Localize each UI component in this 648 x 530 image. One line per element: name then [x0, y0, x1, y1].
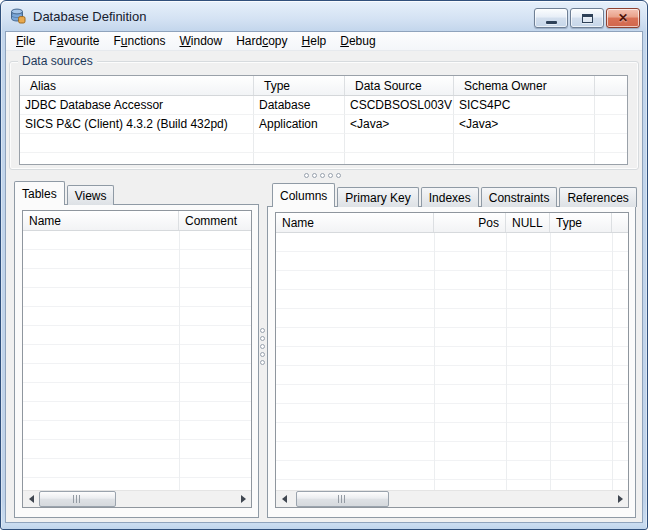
left-tab-bar: Tables Views	[14, 181, 116, 205]
column-header-null[interactable]: NULL	[506, 213, 550, 232]
titlebar[interactable]: Database Definition ✕	[1, 1, 647, 31]
close-button[interactable]: ✕	[606, 8, 640, 28]
scroll-left-button[interactable]	[276, 491, 292, 507]
splitter-dot	[328, 173, 333, 178]
column-header-comment[interactable]: Comment	[179, 211, 251, 230]
maximize-icon	[582, 14, 593, 23]
table-row-empty	[20, 134, 627, 153]
menu-item-hardcopy[interactable]: Hardcopy	[229, 32, 294, 51]
cell-data-source: <Java>	[345, 115, 454, 134]
tables-list: Name Comment	[22, 210, 252, 508]
data-sources-table: Alias Type Data Source Schema Owner JDBC…	[19, 75, 628, 165]
tables-list-body[interactable]	[23, 231, 251, 490]
column-header-name[interactable]: Name	[23, 211, 179, 230]
database-icon[interactable]	[10, 8, 26, 24]
app-window: Database Definition ✕ File Favourite Fun…	[0, 0, 648, 530]
arrow-left-icon	[29, 495, 34, 503]
menu-label-segment: D	[340, 34, 349, 48]
scroll-left-button[interactable]	[23, 491, 39, 507]
menu-label-segment: elp	[310, 34, 326, 48]
splitter-dot	[260, 328, 265, 333]
data-sources-header-row: Alias Type Data Source Schema Owner	[20, 76, 627, 96]
tab-references[interactable]: References	[559, 187, 636, 207]
splitter-dot	[320, 173, 325, 178]
column-header-name[interactable]: Name	[276, 213, 434, 232]
column-header-type[interactable]: Type	[550, 213, 612, 232]
cell-data-source: CSCDBSOSL003V	[345, 96, 454, 115]
column-header-filler	[612, 213, 628, 232]
data-sources-groupbox: Data sources Alias Type Data Source Sche…	[9, 61, 639, 170]
columns-list-header: Name Pos NULL Type	[276, 213, 628, 233]
cell-filler	[595, 96, 627, 115]
tab-views[interactable]: Views	[67, 185, 115, 205]
menu-label-segment: ile	[23, 34, 35, 48]
splitter-dot	[312, 173, 317, 178]
arrow-right-icon	[241, 495, 246, 503]
menu-bar: File Favourite Functions Window Hardcopy…	[6, 32, 642, 51]
menu-item-file[interactable]: File	[9, 32, 42, 51]
vertical-splitter[interactable]	[260, 328, 265, 365]
menu-label-segment: Hard	[236, 34, 262, 48]
menu-item-favourite[interactable]: Favourite	[42, 32, 106, 51]
column-header-pos[interactable]: Pos	[434, 213, 506, 232]
splitter-dot	[304, 173, 309, 178]
data-sources-group-label: Data sources	[18, 54, 97, 68]
tab-indexes[interactable]: Indexes	[421, 187, 479, 207]
columns-panel: Name Pos NULL Type	[267, 206, 636, 518]
splitter-dot	[260, 336, 265, 341]
columns-list: Name Pos NULL Type	[275, 212, 629, 508]
scrollbar-thumb[interactable]	[296, 491, 389, 507]
tables-horizontal-scrollbar[interactable]	[23, 490, 251, 507]
column-separator	[434, 233, 435, 490]
menu-item-functions[interactable]: Functions	[106, 32, 172, 51]
column-header-alias[interactable]: Alias	[20, 76, 254, 95]
cell-filler	[595, 115, 627, 134]
menu-item-window[interactable]: Window	[172, 32, 229, 51]
splitter-dot	[260, 344, 265, 349]
scroll-right-button[interactable]	[612, 491, 628, 507]
column-separator	[179, 231, 180, 490]
horizontal-splitter[interactable]	[304, 173, 341, 178]
menu-label-segment: indow	[191, 34, 222, 48]
tab-primary-key[interactable]: Primary Key	[337, 187, 418, 207]
columns-horizontal-scrollbar[interactable]	[276, 490, 628, 507]
column-separator	[612, 233, 613, 490]
minimize-button[interactable]	[534, 8, 568, 28]
maximize-button[interactable]	[570, 8, 604, 28]
client-area: File Favourite Functions Window Hardcopy…	[5, 31, 643, 523]
menu-label-segment: F	[49, 34, 56, 48]
menu-item-debug[interactable]: Debug	[333, 32, 382, 51]
cell-schema-owner: <Java>	[454, 115, 595, 134]
column-separator	[506, 233, 507, 490]
cell-schema-owner: SICS4PC	[454, 96, 595, 115]
menu-item-help[interactable]: Help	[295, 32, 334, 51]
close-icon: ✕	[618, 12, 628, 24]
tab-constraints[interactable]: Constraints	[481, 187, 558, 207]
tab-columns[interactable]: Columns	[272, 183, 335, 207]
right-tab-bar: Columns Primary Key Indexes Constraints …	[272, 183, 639, 207]
menu-label-segment: nctions	[127, 34, 165, 48]
cell-type: Application	[254, 115, 345, 134]
table-row[interactable]: SICS P&C (Client) 4.3.2 (Build 432pd) Ap…	[20, 115, 627, 134]
column-header-schema-owner[interactable]: Schema Owner	[454, 76, 595, 95]
scrollbar-thumb[interactable]	[39, 491, 116, 507]
column-header-data-source[interactable]: Data Source	[345, 76, 454, 95]
tab-tables[interactable]: Tables	[14, 181, 65, 205]
scrollbar-grip-icon	[73, 495, 82, 503]
tables-panel: Name Comment	[14, 204, 259, 518]
column-separator	[550, 233, 551, 490]
table-row[interactable]: JDBC Database Accessor Database CSCDBSOS…	[20, 96, 627, 115]
scrollbar-grip-icon	[338, 495, 347, 503]
column-header-type[interactable]: Type	[254, 76, 345, 95]
scroll-right-button[interactable]	[235, 491, 251, 507]
menu-label-segment: vourite	[63, 34, 99, 48]
columns-list-body[interactable]	[276, 233, 628, 490]
window-title: Database Definition	[33, 9, 146, 24]
menu-label-segment: F	[113, 34, 120, 48]
menu-label-segment: W	[179, 34, 190, 48]
arrow-right-icon	[618, 495, 623, 503]
cell-alias: SICS P&C (Client) 4.3.2 (Build 432pd)	[20, 115, 254, 134]
cell-type: Database	[254, 96, 345, 115]
menu-label-segment: opy	[268, 34, 287, 48]
splitter-dot	[336, 173, 341, 178]
